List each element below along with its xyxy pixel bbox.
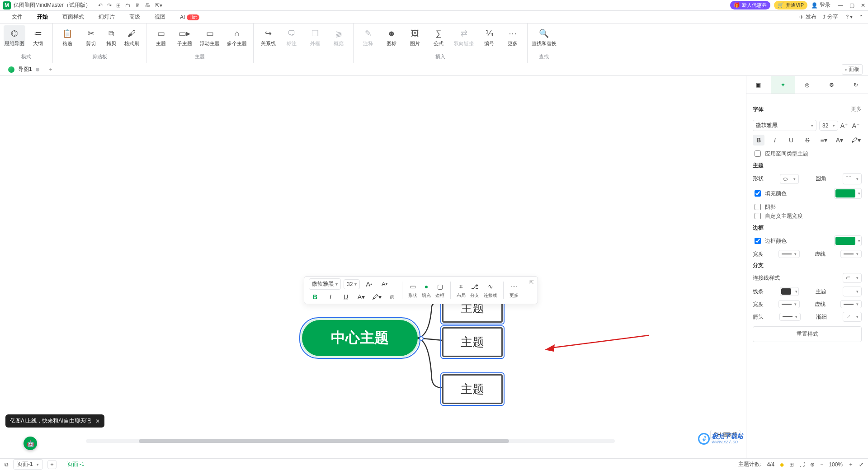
number-button[interactable]: ⅓编号 [478,25,500,46]
strike-icon[interactable]: S [802,135,813,146]
undo-icon[interactable]: ↶ [98,2,103,9]
bold-icon[interactable]: B [310,292,320,302]
mode-mindmap-button[interactable]: ⌬思维导图 [4,25,25,46]
sp-tab-style[interactable]: ✦ [771,76,795,94]
sp-tab-history[interactable]: ↻ [844,76,868,94]
pin-icon[interactable]: ⇱ [529,279,534,286]
newbie-coupon-button[interactable]: 🎁 新人优惠券 [730,1,770,9]
highlight-icon[interactable]: 🖍▾ [850,135,862,146]
toast-close-icon[interactable]: ✕ [95,418,100,424]
mode-outline-button[interactable]: ≔大纲 [27,25,49,46]
font-size-select[interactable]: 32▾ [819,121,838,131]
horizontal-scrollbar[interactable] [86,439,615,445]
increase-font-icon[interactable]: A▴ [364,279,374,289]
login-button[interactable]: 👤 登录 [811,1,830,9]
add-tab-button[interactable]: ＋ [45,64,56,75]
underline-icon[interactable]: U [785,135,797,146]
align-icon[interactable]: ≡▾ [818,135,830,146]
open-icon[interactable]: 🗀 [125,2,131,9]
custom-width-checkbox[interactable]: 自定义主题宽度 [753,212,862,221]
help-button[interactable]: ？▾ [844,13,853,21]
sp-tab-map[interactable]: ◎ [795,76,820,94]
font-family-select[interactable]: 微软雅黑▾ [309,278,341,290]
topic-button[interactable]: ▭主题 [150,25,172,46]
float-more-button[interactable]: ⋯更多 [507,282,521,299]
image-button[interactable]: 🖼图片 [404,25,426,46]
position-icon[interactable]: ⊕ [810,461,815,468]
zoom-in-icon[interactable]: ＋ [848,461,854,468]
underline-icon[interactable]: U [341,292,351,302]
border-color-picker[interactable]: ▾ [834,235,862,246]
format-painter-button[interactable]: 🖌格式刷 [121,25,142,46]
note-button[interactable]: ✎注释 [357,25,379,46]
dash-select[interactable]: ▾ [840,250,862,258]
border-color-checkbox[interactable]: 边框颜色 [753,236,787,245]
apply-same-type-checkbox[interactable]: 应用至同类型主题 [753,149,862,158]
menu-slideshow[interactable]: 幻灯片 [91,11,122,23]
italic-icon[interactable]: I [326,292,335,302]
branch-width-select[interactable]: ▾ [778,300,800,308]
floating-topic-button[interactable]: ▭浮动主题 [197,25,222,46]
canvas[interactable]: 中心主题 主题 主题 主题 ⇱ 微软雅黑▾ 32▾ A▴ A▾ [0,76,746,458]
shape-button[interactable]: ▭形状 [406,282,420,299]
sub-topic-node[interactable]: 主题 [442,327,503,357]
highlight-icon[interactable]: 🖍▾ [372,292,382,302]
view-grid-icon[interactable]: ⊞ [789,461,794,468]
ai-fab-button[interactable]: 🤖 [24,437,37,450]
menu-ai[interactable]: AIHot [173,12,207,22]
taper-select[interactable]: ⟋▾ [843,312,862,322]
new-icon[interactable]: ⊞ [116,2,121,9]
shadow-checkbox[interactable]: 阴影 [753,202,862,212]
connector-style-select[interactable]: ⊂▾ [843,273,862,283]
redo-icon[interactable]: ↷ [107,2,112,9]
cut-button[interactable]: ✂剪切 [80,25,102,46]
fill-color-checkbox[interactable]: 填充颜色 [753,189,787,198]
collapse-ribbon-icon[interactable]: ⌃ [859,14,863,20]
menu-advanced[interactable]: 高级 [122,11,147,23]
open-vip-button[interactable]: 🛒 开通VIP [774,1,807,9]
paste-button[interactable]: 📋粘贴 [57,25,78,46]
icon-button[interactable]: ☻图标 [381,25,402,46]
fill-color-picker[interactable]: ▾ [834,188,862,199]
bidirectional-link-button[interactable]: ⇄双向链接 [451,25,476,46]
connector-button[interactable]: ∿连接线 [481,282,500,299]
fit-icon[interactable]: ⛶ [799,461,805,468]
branch-dash-select[interactable]: ▾ [840,300,862,308]
shape-select[interactable]: ⬭▾ [780,174,799,184]
sub-topic-node[interactable]: 主题 [442,374,503,404]
italic-icon[interactable]: I [769,135,781,146]
publish-button[interactable]: ✈ 发布 [799,13,816,21]
topic-line-select[interactable]: ▾ [843,287,862,296]
font-color-icon[interactable]: A▾ [356,292,366,302]
add-page-button[interactable]: ＋ [47,460,57,469]
zoom-out-icon[interactable]: − [820,461,823,468]
callout-button[interactable]: 🗨标注 [281,25,302,46]
arrow-select[interactable]: ▾ [779,313,801,321]
border-width-select[interactable]: ▾ [778,250,800,258]
corner-select[interactable]: ⌒▾ [843,173,862,184]
multi-topic-button[interactable]: ⌂多个主题 [224,25,250,46]
boundary-button[interactable]: ❐外框 [304,25,326,46]
menu-page-style[interactable]: 页面样式 [55,11,91,23]
bold-icon[interactable]: B [753,135,764,146]
document-tab[interactable]: 导图1 [3,64,45,75]
reset-style-button[interactable]: 重置样式 [753,326,862,342]
close-icon[interactable]: ✕ [861,2,865,9]
formula-button[interactable]: ∑公式 [428,25,449,46]
connection-handle-icon[interactable] [419,336,424,341]
font-size-select[interactable]: 32▾ [344,279,360,289]
save-icon[interactable]: 🗎 [135,2,141,9]
panel-toggle-button[interactable]: ▫ 面板 [842,64,863,75]
clear-format-icon[interactable]: ⎚ [387,292,397,302]
maximize-icon[interactable]: ▢ [849,2,854,9]
fill-button[interactable]: ●填充 [420,282,433,299]
more-insert-button[interactable]: ⋯更多 [502,25,524,46]
menu-view[interactable]: 视图 [147,11,173,23]
summary-button[interactable]: ⫺概览 [328,25,349,46]
line-color-picker[interactable]: ▾ [780,287,799,296]
share-button[interactable]: ⤴ 分享 [823,13,838,21]
increase-font-icon[interactable]: A⁺ [838,120,850,131]
central-topic-node[interactable]: 中心主题 [302,320,418,356]
fullscreen-icon[interactable]: ⤢ [859,461,863,468]
border-button[interactable]: ▢边框 [433,282,447,299]
